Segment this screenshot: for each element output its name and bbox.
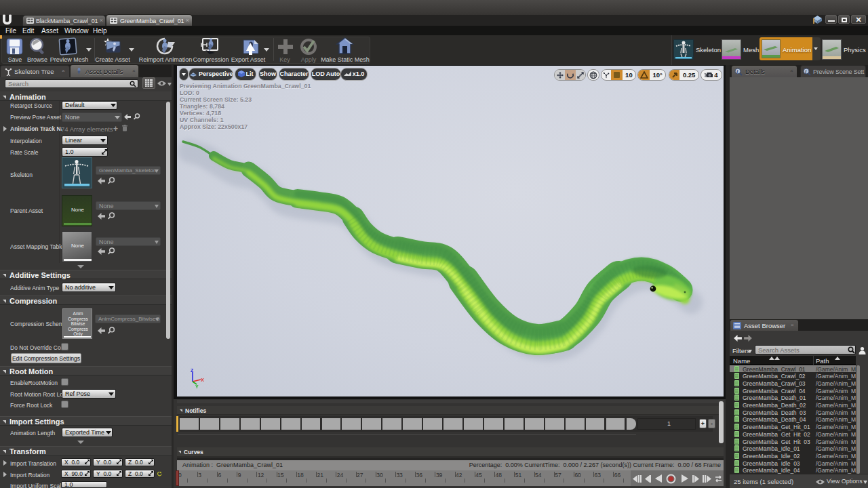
svg-text:Z: Z bbox=[191, 368, 194, 373]
svg-text:Y: Y bbox=[195, 384, 199, 388]
svg-text:X: X bbox=[201, 378, 204, 382]
